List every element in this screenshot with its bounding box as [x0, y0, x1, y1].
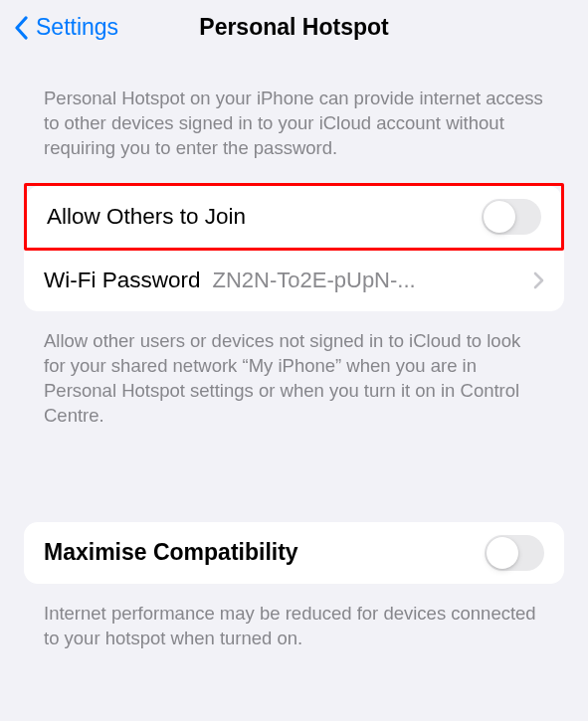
highlight-allow-others: Allow Others to Join	[24, 183, 564, 251]
section-spacer	[0, 451, 588, 522]
toggle-knob	[487, 537, 518, 569]
wifi-password-value: ZN2N-To2E-pUpN-...	[213, 268, 523, 293]
back-label: Settings	[36, 14, 118, 41]
page-title: Personal Hotspot	[199, 14, 388, 41]
compat-section: Maximise Compatibility	[24, 522, 564, 584]
compat-footer: Internet performance may be reduced for …	[0, 584, 588, 673]
maximise-compatibility-toggle[interactable]	[485, 535, 544, 571]
wifi-password-row[interactable]: Wi-Fi Password ZN2N-To2E-pUpN-...	[24, 250, 564, 311]
maximise-compatibility-row[interactable]: Maximise Compatibility	[24, 522, 564, 584]
chevron-right-icon	[533, 271, 544, 289]
allow-others-toggle[interactable]	[482, 199, 541, 235]
intro-description: Personal Hotspot on your iPhone can prov…	[0, 57, 588, 183]
allow-others-footer: Allow other users or devices not signed …	[0, 311, 588, 451]
back-button[interactable]: Settings	[14, 14, 118, 41]
wifi-password-label: Wi-Fi Password	[44, 268, 201, 293]
chevron-left-icon	[14, 16, 30, 40]
hotspot-section: Wi-Fi Password ZN2N-To2E-pUpN-...	[24, 250, 564, 311]
allow-others-row[interactable]: Allow Others to Join	[27, 186, 561, 248]
allow-others-label: Allow Others to Join	[47, 204, 246, 230]
toggle-knob	[484, 201, 515, 233]
maximise-compatibility-label: Maximise Compatibility	[44, 539, 298, 566]
header-bar: Settings Personal Hotspot	[0, 0, 588, 57]
